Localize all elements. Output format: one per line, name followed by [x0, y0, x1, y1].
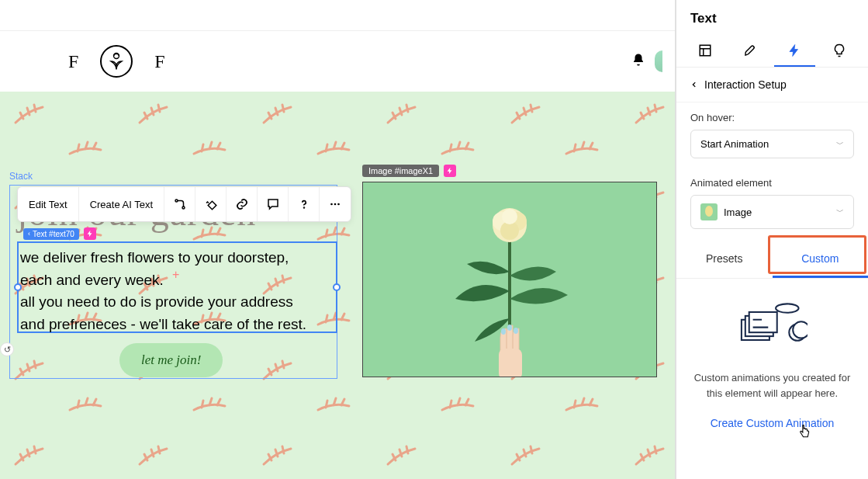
code-icon[interactable]	[164, 187, 195, 221]
svg-point-2	[175, 200, 178, 202]
chevron-down-icon: ﹀	[836, 139, 844, 150]
edit-text-button[interactable]: Edit Text	[18, 187, 79, 221]
svg-point-6	[330, 203, 333, 206]
text-element-tag[interactable]: ‹Text #text70	[23, 228, 79, 240]
empty-state-illustration	[692, 299, 852, 353]
element-thumbnail	[700, 203, 718, 220]
flower-illustration	[440, 182, 579, 377]
create-ai-text-button[interactable]: Create AI Text	[79, 187, 164, 221]
svg-rect-18	[700, 45, 711, 56]
top-spacer	[0, 0, 675, 31]
site-header: F F	[0, 31, 675, 92]
cursor-pointer-icon	[797, 425, 811, 443]
animated-element-label: Animated element	[690, 177, 854, 189]
svg-point-19	[776, 304, 798, 312]
animation-icon[interactable]	[195, 187, 227, 221]
empty-state-text: Custom animations you created for this e…	[692, 370, 852, 401]
panel-tab-bar	[676, 34, 868, 68]
svg-point-17	[514, 328, 518, 334]
tab-help[interactable]	[818, 34, 860, 67]
element-id-tag-group: ‹Text #text70	[23, 227, 96, 240]
logo-letter-left: F	[68, 51, 78, 72]
svg-point-7	[334, 203, 337, 206]
svg-point-8	[337, 203, 340, 206]
canvas[interactable]: Stack join our garden ↺ we deliver fresh…	[0, 92, 675, 479]
hover-action-dropdown[interactable]: Start Animation ﹀	[690, 130, 854, 158]
svg-rect-4	[208, 201, 216, 210]
logo-emblem	[100, 45, 133, 78]
image-label-group: Image #imageX1	[362, 165, 456, 177]
body-line: each and every week.	[20, 269, 334, 292]
site-logo: F F	[68, 45, 165, 78]
svg-point-15	[501, 328, 506, 335]
image-element-tag[interactable]: Image #imageX1	[362, 165, 439, 177]
body-line: we deliver fresh flowers to your doorste…	[20, 247, 334, 269]
inspector-panel: Text Interaction Setup On hover: Start A…	[676, 0, 868, 479]
tab-interactions[interactable]	[774, 34, 816, 67]
svg-point-3	[182, 207, 185, 209]
tab-presets[interactable]: Presets	[676, 241, 773, 278]
help-icon[interactable]	[289, 187, 320, 221]
image-element[interactable]	[362, 182, 657, 377]
notifications-icon[interactable]	[631, 53, 645, 71]
logo-letter-right: F	[154, 51, 164, 72]
tutorial-highlight	[768, 235, 866, 274]
dropdown-value: Start Animation	[700, 138, 769, 150]
comment-icon[interactable]	[258, 187, 289, 221]
avatar[interactable]	[655, 50, 662, 72]
undo-button[interactable]: ↺	[0, 342, 14, 356]
svg-point-24	[793, 321, 807, 338]
animation-indicator-icon[interactable]	[84, 227, 96, 240]
hero-body-text[interactable]: we deliver fresh flowers to your doorste…	[20, 247, 334, 335]
svg-point-5	[303, 207, 304, 208]
svg-point-16	[507, 325, 512, 331]
chevron-left-icon	[690, 81, 698, 89]
body-line: all you need to do is provide your addre…	[20, 291, 334, 314]
create-custom-animation-link[interactable]: Create Custom Animation	[711, 417, 835, 429]
breadcrumb-label: Interaction Setup	[704, 78, 787, 91]
svg-rect-22	[749, 312, 776, 332]
link-icon[interactable]	[227, 187, 258, 221]
animation-indicator-icon[interactable]	[444, 165, 456, 177]
panel-title: Text	[676, 0, 868, 34]
hover-label: On hover:	[690, 112, 854, 123]
dropdown-value: Image	[724, 207, 752, 218]
animated-element-dropdown[interactable]: Image ﹀	[690, 195, 854, 229]
tab-layout[interactable]	[684, 34, 726, 67]
svg-point-13	[502, 209, 517, 224]
custom-animation-empty-state: Custom animations you created for this e…	[676, 279, 868, 438]
stack-label[interactable]: Stack	[9, 171, 33, 182]
more-icon[interactable]	[320, 187, 351, 221]
floating-toolbar: Edit Text Create AI Text	[17, 186, 351, 222]
chevron-down-icon: ﹀	[836, 207, 844, 217]
body-line: and prefreneces - we'll take care of the…	[20, 314, 334, 336]
svg-rect-14	[499, 349, 522, 377]
cta-button[interactable]: let me join!	[119, 343, 223, 377]
breadcrumb-back[interactable]: Interaction Setup	[676, 68, 868, 102]
tab-design[interactable]	[729, 34, 771, 67]
